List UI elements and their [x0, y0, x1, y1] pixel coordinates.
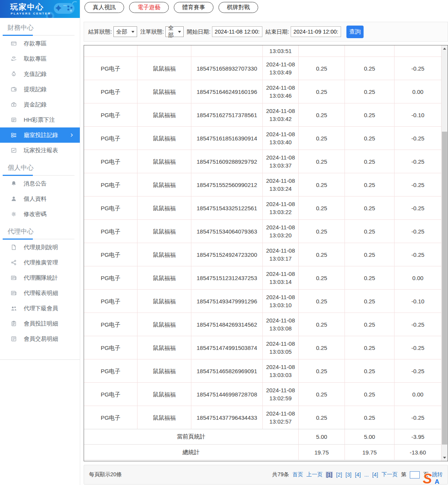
cell-game: 鼠鼠福福 — [137, 383, 191, 406]
page-link-3[interactable]: [3] — [346, 472, 352, 478]
table-row: PG电子鼠鼠福福18547516185163909142024-11-0813:… — [84, 127, 441, 150]
sidebar-item[interactable]: 代理報表明細 — [0, 285, 80, 301]
sidebar-item[interactable]: 存款專區 — [0, 36, 80, 51]
sidebar-item[interactable]: 代理規則說明 — [0, 240, 80, 255]
order-status-select[interactable]: 全部 — [165, 26, 184, 37]
start-date-input[interactable] — [212, 26, 262, 37]
sidebar-item-label: 充值記錄 — [24, 71, 47, 78]
cell-win-loss: -0.25 — [395, 220, 441, 243]
vertical-scrollbar[interactable] — [441, 45, 448, 461]
cell-bet-id: 1854751658932707330 — [191, 57, 263, 80]
tab-3[interactable]: 棋牌對戰 — [218, 2, 258, 13]
wallet-icon — [11, 86, 17, 92]
cell-win-loss: -0.25 — [395, 173, 441, 196]
tab-1[interactable]: 電子遊藝 — [129, 2, 169, 13]
search-button[interactable]: 查詢 — [346, 26, 364, 38]
cell-valid-bet — [345, 45, 395, 56]
last-page-link[interactable]: [4] — [372, 472, 378, 478]
sidebar-section-label: 財務中心 — [8, 23, 80, 32]
cell-platform: PG电子 — [84, 266, 137, 289]
cell-valid-bet: 0.25 — [345, 57, 395, 80]
first-page-link[interactable]: 首页 — [292, 471, 303, 478]
sidebar-item[interactable]: 玩家投注報表 — [0, 143, 80, 158]
sidebar-item[interactable]: HH彩票下注 — [0, 112, 80, 127]
scrollbar-down-button[interactable] — [442, 454, 448, 461]
sidebar-item-label: 資金記錄 — [24, 101, 47, 108]
page-link-2[interactable]: [2] — [336, 472, 342, 478]
sidebar-item[interactable]: 會員投註明細 — [0, 316, 80, 331]
sidebar-item[interactable]: 修改密碼 — [0, 206, 80, 222]
money-bag-icon — [11, 71, 17, 77]
sidebar-item[interactable]: 充值記錄 — [0, 66, 80, 82]
cell-bet-amount: 0.25 — [299, 336, 345, 359]
share-icon — [11, 259, 17, 266]
cell-time: 2024-11-0813:03:42 — [263, 103, 299, 126]
sidebar-item[interactable]: 代理團隊統計 — [0, 270, 80, 285]
tab-2[interactable]: 體育賽事 — [174, 2, 213, 13]
current-page-summary-row: 當前頁統計 5.00 5.00 -3.95 — [84, 429, 441, 445]
cell-valid-bet: 0.25 — [345, 150, 395, 173]
scrollbar-thumb[interactable] — [442, 132, 447, 445]
cell-time: 2024-11-0813:03:03 — [263, 359, 299, 382]
sogou-ime-icon[interactable]: S — [423, 473, 432, 485]
page-link-4[interactable]: [4] — [355, 472, 361, 478]
sidebar-item[interactable]: 廳室投註記錄 — [0, 127, 80, 143]
table-row: PG电子鼠鼠福福18547515525609902122024-11-0813:… — [84, 173, 441, 197]
cell-date-line: 2024-11-08 — [266, 130, 295, 138]
settle-status-select[interactable]: 全部 — [113, 26, 137, 37]
sidebar-item[interactable]: 代理下級會員 — [0, 301, 80, 316]
sidebar-item[interactable]: 個人資料 — [0, 191, 80, 206]
sidebar-item-label: 廳室投註記錄 — [24, 132, 58, 139]
cell-date-line: 2024-11-08 — [266, 270, 295, 278]
sidebar-item-label: 取款專區 — [24, 55, 47, 63]
cell-valid-bet: 0.25 — [345, 80, 395, 103]
cell-time-line: 13:03:40 — [269, 138, 291, 146]
sidebar-title: 玩家中心 — [10, 2, 44, 12]
cell-date-line: 2024-11-08 — [266, 153, 295, 161]
start-date-label: 開始日期: — [187, 28, 210, 35]
cell-win-loss: -0.25 — [395, 127, 441, 150]
sidebar-item-label: 提現記錄 — [24, 86, 47, 93]
jump-page-input[interactable] — [410, 471, 420, 479]
cell-platform: PG电子 — [84, 197, 137, 219]
end-date-label: 結束日期: — [265, 28, 289, 35]
prev-page-link[interactable]: 上一页 — [306, 471, 322, 478]
cell-date-line: 2024-11-08 — [266, 107, 295, 115]
total-summary-row: 總統計 19.75 19.75 -13.60 — [84, 445, 441, 460]
clipboard-icon — [11, 321, 17, 327]
cell-bet-id: 1854751618516390914 — [191, 127, 263, 150]
report-chart-icon — [11, 147, 17, 153]
sidebar-item[interactable]: 會員交易明細 — [0, 331, 80, 346]
end-date-input[interactable] — [291, 26, 341, 37]
cell-bet-id: 1854751609288929792 — [191, 150, 263, 173]
filter-bar: 結算狀態: 全部 注單狀態: 全部 開始日期: 結束日期: 查詢 — [84, 22, 448, 42]
pagination-bar: 每頁顯示20條 共79条 首页 上一页 [1][2][3][4] ... [4]… — [84, 465, 448, 485]
total-summary-label: 總統計 — [84, 445, 299, 460]
sidebar-item[interactable]: 取款專區 — [0, 51, 80, 66]
sidebar-item[interactable]: 消息公告 — [0, 176, 80, 191]
cell-time: 13:03:51 — [263, 45, 299, 56]
page-link-1[interactable]: [1] — [326, 472, 333, 478]
category-tabs: 真人視訊電子遊藝體育賽事棋牌對戰 — [84, 2, 258, 13]
total-valid-bet: 19.75 — [345, 445, 395, 460]
sidebar-item[interactable]: 提現記錄 — [0, 82, 80, 97]
cell-time: 2024-11-0813:02:57 — [263, 406, 299, 429]
order-status-label: 注單狀態: — [140, 28, 164, 35]
sidebar-item[interactable]: 代理推廣管理 — [0, 255, 80, 270]
next-page-link[interactable]: 下一页 — [382, 471, 398, 478]
scrollbar-up-button[interactable] — [442, 45, 448, 52]
cell-platform — [84, 45, 137, 56]
cell-date-line: 2024-11-08 — [266, 223, 295, 231]
table-row: PG电子鼠鼠福福18547514469987287082024-11-0813:… — [84, 383, 441, 406]
cell-game: 鼠鼠福福 — [137, 336, 191, 359]
sidebar-item-label: 代理推廣管理 — [24, 259, 58, 266]
cell-win-loss: -0.25 — [395, 336, 441, 359]
tab-0[interactable]: 真人視訊 — [84, 2, 124, 13]
page-size-text: 每頁顯示20條 — [89, 471, 122, 478]
cell-bet-amount: 0.25 — [299, 383, 345, 406]
ime-mode-a-icon[interactable]: A — [435, 479, 439, 485]
cell-bet-id: 1854751534064079363 — [191, 220, 263, 243]
cell-time-line: 13:03:08 — [269, 324, 291, 332]
sidebar-item[interactable]: 資金記錄 — [0, 97, 80, 112]
transaction-list-icon — [11, 336, 17, 342]
